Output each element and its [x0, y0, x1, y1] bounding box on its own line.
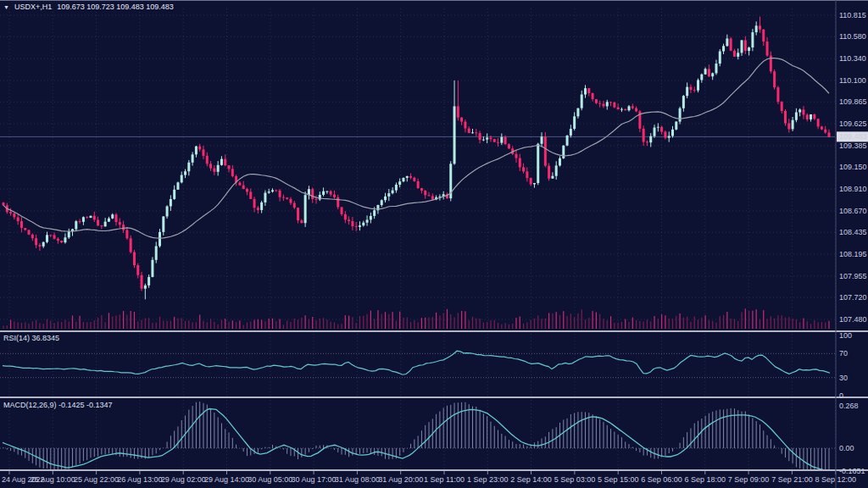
svg-text:7 Sep 21:00: 7 Sep 21:00: [771, 475, 813, 484]
svg-text:30: 30: [839, 374, 848, 382]
svg-text:26 Aug 13:00: 26 Aug 13:00: [117, 475, 162, 484]
panel-separator: [0, 330, 868, 332]
candlesticks: [3, 17, 831, 300]
svg-text:110.100: 110.100: [839, 76, 866, 85]
svg-text:108.195: 108.195: [839, 250, 867, 258]
svg-text:109.150: 109.150: [839, 163, 867, 171]
svg-text:109.483: 109.483: [839, 132, 867, 141]
svg-text:6 Sep 06:00: 6 Sep 06:00: [641, 475, 682, 484]
svg-text:110.580: 110.580: [839, 32, 866, 41]
svg-text:5 Sep 03:00: 5 Sep 03:00: [554, 475, 596, 484]
svg-text:31 Aug 08:00: 31 Aug 08:00: [335, 475, 380, 484]
svg-text:0: 0: [839, 391, 843, 400]
svg-text:109.865: 109.865: [839, 97, 867, 106]
svg-text:6 Sep 18:00: 6 Sep 18:00: [685, 475, 726, 484]
svg-text:5 Sep 15:00: 5 Sep 15:00: [598, 475, 639, 484]
svg-text:108.910: 108.910: [839, 185, 867, 193]
grid-lines: [0, 8, 836, 474]
svg-text:0.00: 0.00: [839, 444, 854, 452]
svg-text:109.625: 109.625: [839, 119, 867, 128]
volume-histogram: [3, 308, 829, 329]
panel-separator: [0, 396, 868, 398]
chart-canvas[interactable]: 110.815110.580110.340110.100109.865109.6…: [0, 0, 868, 488]
macd-histogram: [3, 402, 829, 470]
svg-text:107.720: 107.720: [839, 293, 867, 302]
svg-text:29 Aug 14:00: 29 Aug 14:00: [204, 475, 249, 484]
svg-text:30 Aug 05:00: 30 Aug 05:00: [248, 475, 292, 484]
svg-text:108.670: 108.670: [839, 207, 867, 215]
svg-text:107.955: 107.955: [839, 272, 867, 280]
svg-text:107.480: 107.480: [839, 315, 867, 324]
svg-text:30 Aug 17:00: 30 Aug 17:00: [292, 475, 337, 484]
svg-text:7 Sep 09:00: 7 Sep 09:00: [728, 475, 770, 484]
svg-text:1 Sep 11:00: 1 Sep 11:00: [424, 475, 465, 484]
svg-text:25 Aug 10:00: 25 Aug 10:00: [31, 475, 75, 484]
svg-text:70: 70: [839, 349, 848, 358]
svg-text:110.815: 110.815: [839, 11, 866, 19]
svg-text:1 Sep 23:00: 1 Sep 23:00: [467, 475, 509, 484]
svg-text:109.385: 109.385: [839, 141, 867, 150]
panel-separator: [0, 469, 868, 471]
trading-chart-window: 110.815110.580110.340110.100109.865109.6…: [0, 0, 868, 488]
svg-text:29 Aug 02:00: 29 Aug 02:00: [161, 475, 206, 484]
svg-text:108.435: 108.435: [839, 228, 867, 236]
svg-text:-0.1651: -0.1651: [839, 467, 865, 475]
rsi-line: [3, 351, 830, 374]
svg-text:8 Sep 12:00: 8 Sep 12:00: [815, 475, 856, 484]
svg-text:100: 100: [839, 331, 852, 340]
svg-text:110.340: 110.340: [839, 54, 866, 63]
svg-text:0.268: 0.268: [839, 402, 859, 410]
svg-text:25 Aug 22:00: 25 Aug 22:00: [74, 475, 119, 484]
svg-text:2 Sep 14:00: 2 Sep 14:00: [510, 475, 552, 484]
svg-text:31 Aug 20:00: 31 Aug 20:00: [378, 475, 423, 484]
